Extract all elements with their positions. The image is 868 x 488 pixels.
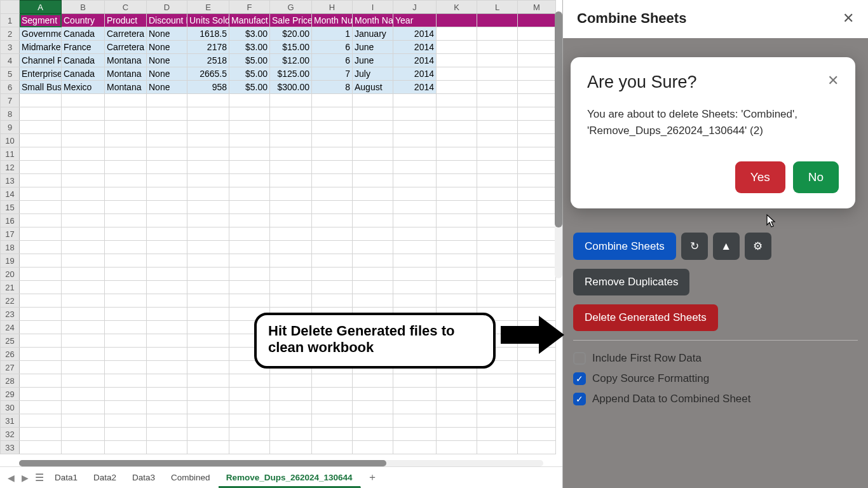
cell[interactable]: [312, 414, 353, 428]
row-header[interactable]: 1: [1, 14, 20, 27]
row-header[interactable]: 13: [1, 174, 20, 187]
cell[interactable]: $5.00: [229, 67, 270, 81]
cell[interactable]: [477, 214, 518, 227]
cell[interactable]: [20, 187, 62, 201]
cell[interactable]: [147, 161, 187, 174]
cell[interactable]: [437, 27, 477, 41]
cell[interactable]: Small Busi: [20, 81, 62, 94]
cell[interactable]: [147, 174, 187, 187]
cell[interactable]: [105, 187, 147, 201]
row-header[interactable]: 5: [1, 67, 20, 81]
cell[interactable]: [62, 321, 105, 334]
cell[interactable]: [518, 214, 556, 227]
cell[interactable]: 2014: [393, 54, 437, 67]
cell[interactable]: [147, 348, 187, 361]
row-header[interactable]: 10: [1, 134, 20, 147]
cell[interactable]: None: [147, 81, 187, 94]
cell[interactable]: [437, 227, 477, 241]
cell[interactable]: [393, 388, 437, 401]
cell[interactable]: [477, 134, 518, 147]
cell[interactable]: [62, 374, 105, 388]
cell[interactable]: [187, 121, 229, 134]
row-header[interactable]: 28: [1, 374, 20, 388]
col-header-C[interactable]: C: [105, 1, 147, 14]
grid-row[interactable]: 5EnterpriseCanadaMontanaNone2665.5$5.00$…: [1, 67, 556, 81]
cell[interactable]: [477, 227, 518, 241]
grid-row[interactable]: 19: [1, 254, 556, 268]
close-icon[interactable]: ✕: [843, 10, 854, 27]
grid-row[interactable]: 33: [1, 441, 556, 454]
grid-row[interactable]: 11: [1, 147, 556, 161]
cell[interactable]: [105, 294, 147, 308]
cell[interactable]: [312, 201, 353, 214]
sheet-tab[interactable]: Combined: [163, 469, 219, 486]
grid-row[interactable]: 30: [1, 401, 556, 414]
cell[interactable]: [518, 187, 556, 201]
include-first-row-checkbox[interactable]: Include First Row Data: [573, 352, 858, 365]
cell[interactable]: [312, 428, 353, 441]
cell[interactable]: [105, 147, 147, 161]
col-header-B[interactable]: B: [62, 1, 105, 14]
cell[interactable]: [477, 388, 518, 401]
cell[interactable]: [62, 294, 105, 308]
col-header-L[interactable]: L: [477, 1, 518, 14]
cell[interactable]: $125.00: [270, 67, 312, 81]
cell[interactable]: [229, 374, 270, 388]
cell[interactable]: [62, 428, 105, 441]
cell[interactable]: 2014: [393, 81, 437, 94]
cell[interactable]: [393, 134, 437, 147]
cell[interactable]: [353, 268, 393, 281]
cell[interactable]: [20, 401, 62, 414]
cell[interactable]: [518, 134, 556, 147]
cell[interactable]: [393, 268, 437, 281]
cell[interactable]: [518, 54, 556, 67]
cell[interactable]: [229, 414, 270, 428]
cell[interactable]: [270, 281, 312, 294]
cell[interactable]: [518, 388, 556, 401]
cell[interactable]: [518, 121, 556, 134]
cell[interactable]: [477, 121, 518, 134]
col-header-E[interactable]: E: [187, 1, 229, 14]
cell[interactable]: [437, 294, 477, 308]
cell[interactable]: [393, 107, 437, 121]
cell[interactable]: [270, 414, 312, 428]
cell[interactable]: [187, 334, 229, 348]
cell[interactable]: [105, 134, 147, 147]
row-header[interactable]: 3: [1, 41, 20, 54]
cell[interactable]: [20, 241, 62, 254]
grid-row[interactable]: 18: [1, 241, 556, 254]
cell[interactable]: [187, 147, 229, 161]
cell[interactable]: [518, 414, 556, 428]
cell[interactable]: [477, 187, 518, 201]
cell[interactable]: $20.00: [270, 27, 312, 41]
cell[interactable]: [477, 401, 518, 414]
sheet-tab[interactable]: Remove_Dups_262024_130644: [219, 469, 361, 488]
cell[interactable]: [477, 441, 518, 454]
cell[interactable]: [187, 294, 229, 308]
cell[interactable]: Discount I: [147, 14, 187, 27]
grid-row[interactable]: 13: [1, 174, 556, 187]
cell[interactable]: [518, 27, 556, 41]
cell[interactable]: Governme: [20, 27, 62, 41]
cell[interactable]: [20, 107, 62, 121]
row-header[interactable]: 27: [1, 361, 20, 374]
cell[interactable]: [105, 281, 147, 294]
cell[interactable]: [353, 214, 393, 227]
cell[interactable]: [312, 441, 353, 454]
cell[interactable]: Month Nu: [312, 14, 353, 27]
row-header[interactable]: 20: [1, 268, 20, 281]
cell[interactable]: [229, 121, 270, 134]
cell[interactable]: [437, 374, 477, 388]
cell[interactable]: January: [353, 27, 393, 41]
cell[interactable]: [393, 281, 437, 294]
cell[interactable]: [147, 134, 187, 147]
cell[interactable]: [393, 401, 437, 414]
cell[interactable]: [62, 441, 105, 454]
cell[interactable]: [437, 214, 477, 227]
cell[interactable]: [518, 294, 556, 308]
cell[interactable]: [477, 201, 518, 214]
row-header[interactable]: 33: [1, 441, 20, 454]
gear-icon[interactable]: ⚙: [745, 233, 771, 260]
cell[interactable]: [270, 441, 312, 454]
cell[interactable]: [312, 107, 353, 121]
